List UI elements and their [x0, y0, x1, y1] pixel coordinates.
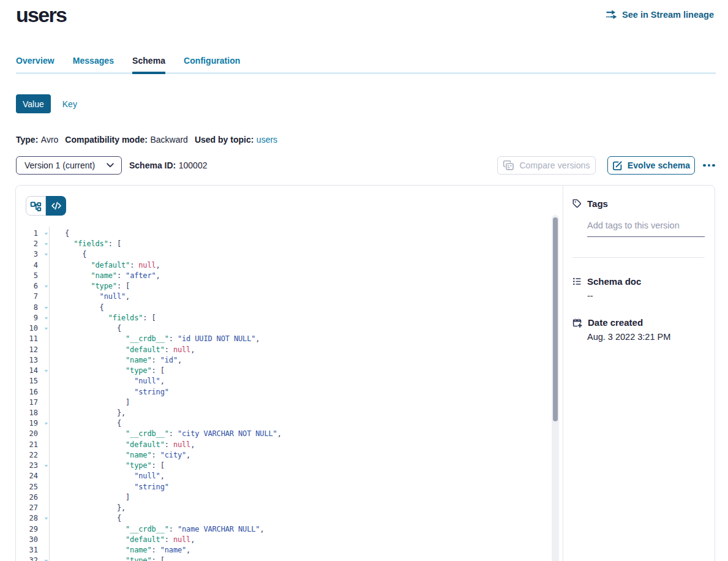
code-line: 31 "name": "name",	[16, 545, 550, 555]
meta-compat-label: Compatibility mode:	[65, 135, 148, 145]
meta-type: Type:Avro	[16, 135, 58, 145]
meta-topic-label: Used by topic:	[195, 135, 253, 145]
fold-toggle[interactable]	[43, 281, 49, 292]
code-text: "__crdb__": "id UUID NOT NULL",	[65, 334, 260, 344]
ellipsis-dot	[708, 164, 711, 167]
code-text: "default": null,	[65, 535, 195, 545]
fold-toggle[interactable]	[43, 513, 49, 524]
fold-toggle[interactable]	[43, 418, 49, 429]
meta-type-label: Type:	[16, 135, 38, 145]
meta-compat-value: Backward	[150, 135, 187, 145]
page-title: users	[16, 3, 66, 27]
tab-overview[interactable]: Overview	[16, 56, 54, 75]
fold-toggle[interactable]	[43, 228, 49, 239]
fold-triangle-icon	[44, 232, 48, 236]
topic-link[interactable]: users	[257, 135, 277, 145]
code-line: 21 "default": null,	[16, 440, 550, 450]
code-line: 1{	[16, 228, 550, 239]
schema-meta-row: Type:Avro Compatibility mode:Backward Us…	[16, 135, 284, 145]
compare-versions-button[interactable]: Compare versions	[497, 156, 596, 175]
line-number: 23	[16, 461, 38, 471]
fold-toggle[interactable]	[43, 555, 49, 561]
code-text: "name": "id",	[65, 355, 182, 366]
key-toggle-button[interactable]: Key	[56, 94, 84, 113]
editor-scrollbar[interactable]	[552, 215, 559, 561]
line-number: 31	[16, 545, 38, 555]
code-line: 18 },	[16, 408, 550, 418]
calendar-plus-icon	[572, 318, 582, 328]
fold-toggle[interactable]	[43, 313, 49, 323]
line-number: 21	[16, 440, 38, 450]
meta-used-by-topic: Used by topic:users	[195, 135, 277, 145]
code-line: 9 "fields": [	[16, 313, 550, 323]
compare-versions-icon	[503, 160, 514, 171]
evolve-schema-icon	[612, 160, 623, 171]
evolve-schema-button[interactable]: Evolve schema	[607, 156, 695, 175]
fold-toggle[interactable]	[43, 323, 49, 334]
code-text: "string"	[65, 387, 169, 397]
fold-toggle[interactable]	[43, 366, 49, 376]
schema-code-viewer[interactable]: 1{2 "fields": [3 {4 "default": null,5 "n…	[16, 222, 563, 561]
line-number: 11	[16, 334, 38, 344]
code-text: "default": null,	[65, 260, 160, 271]
compare-versions-label: Compare versions	[519, 160, 590, 170]
line-number: 28	[16, 513, 38, 524]
more-options-button[interactable]	[700, 156, 718, 175]
sidebar-divider	[572, 257, 705, 258]
fold-triangle-icon	[44, 306, 48, 310]
tags-input[interactable]	[587, 220, 705, 237]
code-text: "null",	[65, 471, 165, 481]
fold-toggle[interactable]	[43, 461, 49, 471]
see-in-stream-lineage-link[interactable]: See in Stream lineage	[606, 9, 714, 20]
line-number: 29	[16, 524, 38, 535]
line-number: 8	[16, 303, 38, 313]
tree-view-icon	[30, 200, 42, 212]
code-text: "null",	[65, 376, 165, 386]
tags-heading: Tags	[587, 198, 608, 209]
code-view-button[interactable]	[46, 196, 66, 216]
line-number: 1	[16, 228, 38, 239]
fold-toggle[interactable]	[43, 249, 49, 260]
fold-triangle-icon	[44, 464, 48, 468]
editor-scrollbar-thumb[interactable]	[553, 217, 558, 421]
tab-schema[interactable]: Schema	[132, 56, 165, 75]
code-line: 16 "string"	[16, 387, 550, 397]
code-line: 6 "type": [	[16, 281, 550, 292]
tab-bar: Overview Messages Schema Configuration	[16, 56, 716, 75]
fold-toggle[interactable]	[43, 239, 49, 249]
stream-lineage-icon	[606, 9, 618, 20]
line-number: 22	[16, 450, 38, 461]
lineage-link-label: See in Stream lineage	[622, 10, 714, 20]
fold-triangle-icon	[44, 253, 48, 257]
code-text: {	[65, 228, 69, 239]
schema-doc-value: --	[587, 291, 705, 301]
code-text: {	[65, 303, 104, 313]
code-text: },	[65, 503, 126, 513]
chevron-down-icon	[107, 163, 114, 168]
code-text: },	[65, 408, 126, 418]
code-text: "type": [	[65, 555, 165, 561]
value-toggle-button[interactable]: Value	[16, 94, 51, 113]
line-number: 6	[16, 281, 38, 292]
code-line: 11 "__crdb__": "id UUID NOT NULL",	[16, 334, 550, 344]
date-created-heading-row: Date created	[572, 317, 705, 328]
code-line: 25 "string"	[16, 482, 550, 492]
line-number: 7	[16, 292, 38, 302]
code-line: 5 "name": "after",	[16, 271, 550, 281]
code-line: 17 ]	[16, 397, 550, 408]
tab-configuration[interactable]: Configuration	[184, 56, 240, 75]
code-line: 20 "__crdb__": "city VARCHAR NOT NULL",	[16, 429, 550, 439]
key-value-toggle: Value Key	[16, 94, 84, 113]
code-line: 7 "null",	[16, 292, 550, 302]
tab-messages[interactable]: Messages	[73, 56, 114, 75]
tree-view-button[interactable]	[26, 196, 46, 216]
line-number: 9	[16, 313, 38, 323]
code-line: 30 "default": null,	[16, 535, 550, 545]
fold-toggle[interactable]	[43, 303, 49, 313]
version-select[interactable]: Version 1 (current)	[16, 156, 122, 175]
schema-doc-heading: Schema doc	[587, 276, 641, 287]
code-line: 15 "null",	[16, 376, 550, 386]
code-text: "default": null,	[65, 345, 195, 355]
line-number: 12	[16, 345, 38, 355]
code-text: ]	[65, 397, 130, 408]
